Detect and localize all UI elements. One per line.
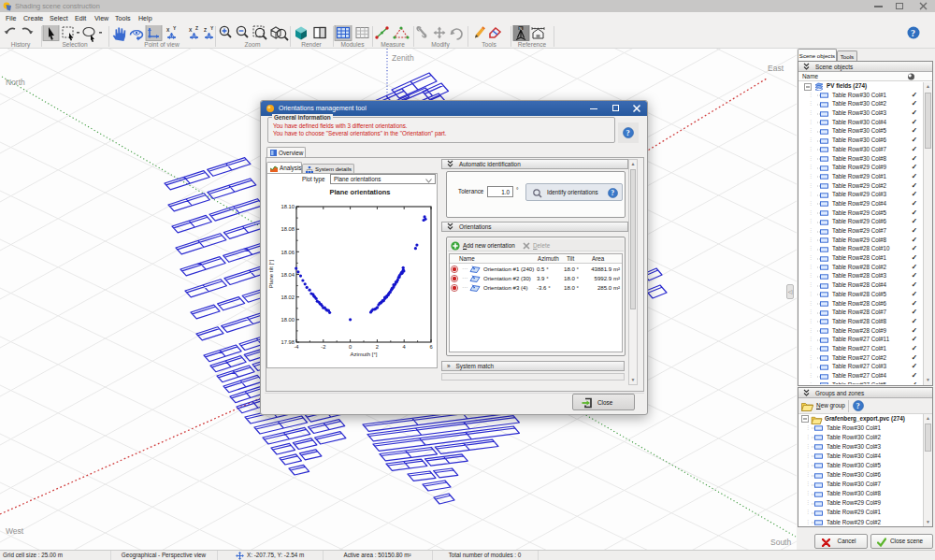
svg-text:?: ? [611, 189, 614, 197]
svg-text:18.06: 18.06 [280, 250, 295, 255]
svg-text:West: West [6, 526, 24, 536]
svg-text:East: East [768, 64, 784, 73]
svg-text:18.02: 18.02 [280, 294, 295, 300]
svg-text:Plane orientations: Plane orientations [329, 188, 390, 196]
svg-text:North: North [6, 78, 25, 87]
svg-text:4: 4 [403, 344, 407, 350]
svg-text:18.04: 18.04 [280, 272, 295, 278]
svg-text:Azimuth [°]: Azimuth [°] [350, 352, 377, 357]
svg-text:Y: Y [210, 25, 214, 31]
svg-text:Z: Z [204, 27, 207, 33]
svg-text:Plane tilt [°]: Plane tilt [°] [268, 259, 274, 288]
svg-text:?: ? [911, 28, 915, 38]
svg-text:Z: Z [195, 25, 198, 31]
svg-text:N: N [519, 26, 522, 31]
svg-text:Zenith: Zenith [392, 53, 414, 63]
svg-text:X: X [166, 27, 170, 33]
svg-text:-2: -2 [321, 344, 325, 350]
svg-text:-4: -4 [294, 344, 299, 350]
svg-text:0: 0 [349, 344, 352, 350]
svg-text:17.98: 17.98 [280, 339, 295, 345]
svg-text:?: ? [626, 129, 630, 137]
svg-text:18.00: 18.00 [280, 317, 295, 323]
svg-text:2: 2 [376, 344, 379, 350]
svg-text:Y: Y [173, 25, 177, 31]
svg-text:18.10: 18.10 [280, 204, 295, 209]
svg-text:X: X [189, 27, 193, 33]
svg-text:6: 6 [429, 344, 432, 350]
svg-text:South: South [770, 538, 791, 547]
svg-text:?: ? [856, 402, 860, 410]
svg-text:18.08: 18.08 [280, 226, 295, 232]
